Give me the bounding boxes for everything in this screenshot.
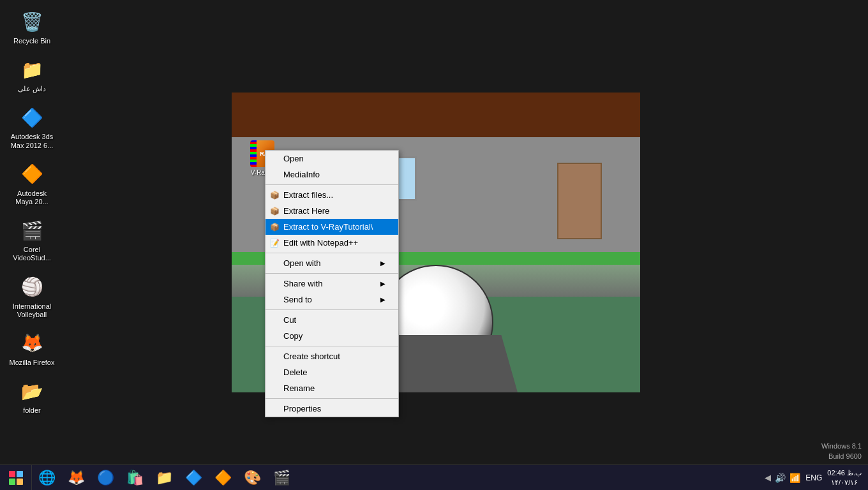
extract-files-icon: 📦 xyxy=(269,190,280,200)
send-to-arrow: ▶ xyxy=(380,296,385,303)
3ds-icon: 🔷 xyxy=(19,105,45,130)
context-menu-share-with[interactable]: Share with ▶ xyxy=(266,276,398,292)
desktop-icon-volleyball[interactable]: 🏐 International Volleyball xyxy=(6,272,57,322)
context-menu: Open MediaInfo 📦 Extract files... 📦 Extr… xyxy=(265,150,399,417)
desktop-icon-autodesk-3ds[interactable]: 🔷 Autodesk 3ds Max 2012 6... xyxy=(6,102,57,152)
firefox-icon: 🦊 xyxy=(19,330,45,356)
language-indicator[interactable]: ENG xyxy=(805,473,822,482)
network-icon: 🔊 xyxy=(775,473,786,483)
context-menu-rename[interactable]: Rename xyxy=(266,380,398,396)
context-menu-copy[interactable]: Copy xyxy=(266,328,398,344)
taskbar-chrome[interactable]: 🌐 xyxy=(32,465,61,491)
volleyball-icon: 🏐 xyxy=(19,274,45,300)
corel-label: Corel VideoStud... xyxy=(9,246,55,262)
taskbar-systray: ◀ 🔊 📶 ENG 02:46 ب.ظ ۱۴/۰۷/۱۶ xyxy=(758,465,868,490)
systray-icons: ◀ 🔊 📶 xyxy=(765,473,800,483)
extract-here-icon: 📦 xyxy=(269,206,280,216)
clock[interactable]: 02:46 ب.ظ ۱۴/۰۷/۱۶ xyxy=(827,468,862,487)
notepad-icon: 📝 xyxy=(269,238,280,248)
door xyxy=(557,163,602,239)
maya-icon: 🔶 xyxy=(19,161,45,187)
context-menu-cut[interactable]: Cut xyxy=(266,312,398,328)
rar-stripes xyxy=(250,140,257,167)
desktop-icon-recycle-bin[interactable]: 🗑️ Recycle Bin xyxy=(6,6,57,48)
context-menu-open[interactable]: Open xyxy=(266,151,398,167)
recycle-bin-label: Recycle Bin xyxy=(13,37,50,45)
taskbar-3ds[interactable]: 🔷 xyxy=(179,465,208,491)
start-button[interactable] xyxy=(0,465,32,491)
windows-version: Windows 8.1 Build 9600 xyxy=(821,442,862,461)
taskbar-video[interactable]: 🎬 xyxy=(267,465,296,491)
context-menu-mediainfo[interactable]: MediaInfo xyxy=(266,167,398,182)
separator-6 xyxy=(266,398,398,399)
taskbar-apps: 🌐 🦊 🔵 🛍️ 📁 🔷 🔶 🎨 🎬 xyxy=(32,465,758,490)
time-display: 02:46 ب.ظ xyxy=(827,468,862,477)
separator-5 xyxy=(266,346,398,346)
context-menu-create-shortcut[interactable]: Create shortcut xyxy=(266,348,398,364)
context-menu-send-to[interactable]: Send to ▶ xyxy=(266,292,398,308)
separator-2 xyxy=(266,253,398,253)
share-with-arrow: ▶ xyxy=(380,280,385,287)
desktop: 🗑️ Recycle Bin 📁 داش علی 🔷 Autodesk 3ds … xyxy=(0,0,868,490)
desktop-icon-firefox[interactable]: 🦊 Mozilla Firefox xyxy=(6,328,57,369)
chevron-icon[interactable]: ◀ xyxy=(765,473,771,482)
taskbar-maya[interactable]: 🔶 xyxy=(208,465,237,491)
desktop-icon-maya[interactable]: 🔶 Autodesk Maya 20... xyxy=(6,159,57,209)
context-menu-extract-to[interactable]: 📦 Extract to V-RayTutorial\ xyxy=(266,219,398,235)
3ds-label: Autodesk 3ds Max 2012 6... xyxy=(9,133,55,149)
context-menu-delete[interactable]: Delete xyxy=(266,364,398,380)
desktop-icon-dash-ali[interactable]: 📁 داش علی xyxy=(6,54,57,96)
context-menu-properties[interactable]: Properties xyxy=(266,401,398,417)
corel-icon: 🎬 xyxy=(19,218,45,243)
volleyball-label: International Volleyball xyxy=(9,302,55,319)
folder-label: folder xyxy=(23,406,41,415)
separator-1 xyxy=(266,184,398,185)
taskbar-explorer[interactable]: 📁 xyxy=(149,465,179,491)
date-display: ۱۴/۰۷/۱۶ xyxy=(831,478,858,487)
roof xyxy=(232,93,640,137)
recycle-bin-icon: 🗑️ xyxy=(19,9,45,34)
taskbar: 🌐 🦊 🔵 🛍️ 📁 🔷 🔶 🎨 🎬 ◀ 🔊 📶 ENG 02:46 ب.ظ ۱… xyxy=(0,464,868,490)
taskbar-firefox[interactable]: 🦊 xyxy=(61,465,91,491)
folder2-icon: 📂 xyxy=(19,378,45,404)
context-menu-open-with[interactable]: Open with ▶ xyxy=(266,255,398,271)
separator-3 xyxy=(266,273,398,274)
volume-icon: 📶 xyxy=(789,473,800,483)
context-menu-extract-files[interactable]: 📦 Extract files... xyxy=(266,187,398,203)
context-menu-extract-here[interactable]: 📦 Extract Here xyxy=(266,203,398,219)
firefox-label: Mozilla Firefox xyxy=(10,359,55,367)
separator-4 xyxy=(266,309,398,310)
folder-icon: 📁 xyxy=(19,57,45,82)
taskbar-ps[interactable]: 🎨 xyxy=(237,465,267,491)
open-with-arrow: ▶ xyxy=(380,260,385,267)
taskbar-store[interactable]: 🛍️ xyxy=(120,465,149,491)
extract-to-icon: 📦 xyxy=(269,222,280,232)
dash-ali-label: داش علی xyxy=(18,85,46,93)
context-menu-edit-notepad[interactable]: 📝 Edit with Notepad++ xyxy=(266,235,398,251)
maya-label: Autodesk Maya 20... xyxy=(9,189,55,206)
desktop-icons-container: 🗑️ Recycle Bin 📁 داش علی 🔷 Autodesk 3ds … xyxy=(6,6,57,417)
windows-logo-icon xyxy=(9,471,23,485)
desktop-icon-folder[interactable]: 📂 folder xyxy=(6,376,57,417)
taskbar-ie[interactable]: 🔵 xyxy=(91,465,120,491)
desktop-icon-corel[interactable]: 🎬 Corel VideoStud... xyxy=(6,215,57,265)
